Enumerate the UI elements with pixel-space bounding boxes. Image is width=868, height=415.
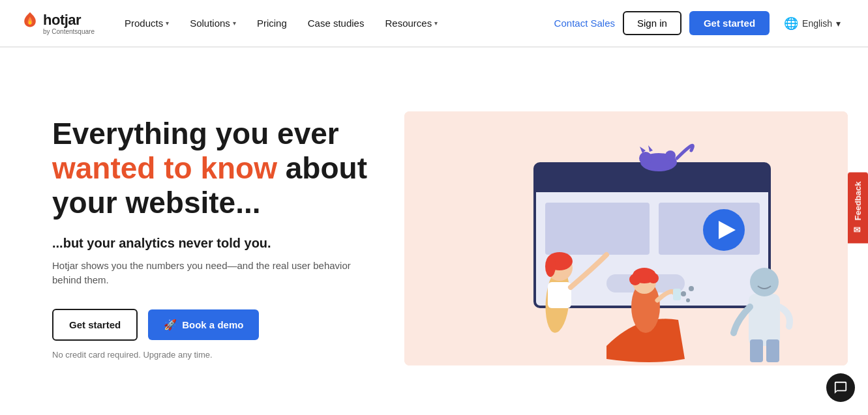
svg-rect-28 [749,294,780,346]
svg-point-23 [648,273,659,283]
hero-section: Everything you ever wanted to know about… [0,48,868,415]
svg-rect-3 [535,183,770,192]
svg-point-26 [689,286,694,291]
svg-point-17 [545,256,556,277]
feedback-icon: ✉ [853,224,863,234]
chat-button[interactable] [826,373,855,402]
contact-sales-link[interactable]: Contact Sales [554,18,615,29]
book-demo-button[interactable]: 🚀 Book a demo [148,309,259,340]
get-started-nav-button[interactable]: Get started [689,11,770,35]
svg-point-9 [665,150,676,161]
nav-case-studies[interactable]: Case studies [299,12,374,34]
illustration-svg [404,111,848,365]
logo-text: hotjar [43,12,81,29]
logo-icon [21,11,39,29]
svg-rect-30 [750,339,763,362]
hero-illustration-container [404,111,848,365]
svg-rect-24 [673,289,681,300]
hero-content: Everything you ever wanted to know about… [52,117,378,360]
get-started-hero-button[interactable]: Get started [52,309,138,341]
globe-icon: 🌐 [784,16,798,31]
nav-products[interactable]: Products ▾ [115,12,178,34]
nav-pricing[interactable]: Pricing [248,12,296,34]
hero-headline: Everything you ever wanted to know about… [52,117,378,220]
svg-rect-4 [545,203,650,255]
svg-point-29 [750,268,779,296]
svg-point-25 [681,291,686,296]
hero-illustration [404,111,848,365]
language-selector[interactable]: 🌐 English ▾ [777,12,847,35]
chevron-down-icon: ▾ [233,20,236,27]
hero-cta-buttons: Get started 🚀 Book a demo [52,309,378,341]
svg-point-27 [686,298,690,302]
chevron-down-icon: ▾ [434,20,438,27]
hero-subheadline: ...but your analytics never told you. [52,236,378,251]
feedback-tab[interactable]: ✉ Feedback [848,172,868,243]
nav-actions: Contact Sales Sign in Get started 🌐 Engl… [554,11,847,35]
logo[interactable]: hotjar by Contentsquare [21,11,95,35]
navbar: hotjar by Contentsquare Products ▾ Solut… [0,0,868,47]
svg-point-8 [639,152,652,165]
signin-button[interactable]: Sign in [623,11,681,35]
hero-description: Hotjar shows you the numbers you need—an… [52,259,378,288]
svg-rect-18 [548,282,571,308]
nav-resources[interactable]: Resources ▾ [376,12,447,34]
svg-rect-31 [766,339,779,362]
svg-point-22 [629,274,641,285]
hero-note: No credit card required. Upgrade any tim… [52,350,378,360]
nav-links: Products ▾ Solutions ▾ Pricing Case stud… [115,12,554,34]
chevron-down-icon: ▾ [166,20,169,27]
chat-icon [833,380,848,395]
chevron-down-icon: ▾ [836,18,841,29]
rocket-icon: 🚀 [164,319,177,331]
nav-solutions[interactable]: Solutions ▾ [181,12,245,34]
logo-sub: by Contentsquare [43,28,95,35]
